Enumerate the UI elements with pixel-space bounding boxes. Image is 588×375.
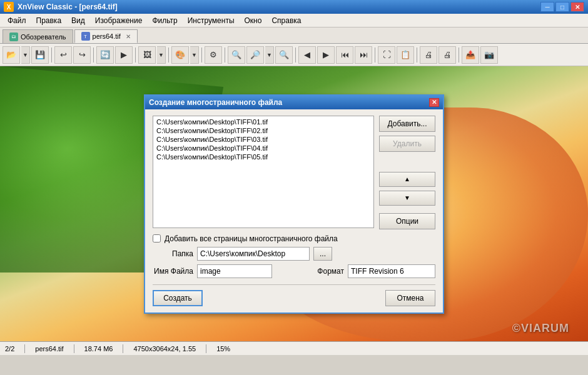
tab-tif-close[interactable]: ✕ <box>126 33 131 40</box>
toolbar-redo-btn[interactable]: ↪ <box>73 46 91 64</box>
toolbar-first-btn[interactable]: ⏮ <box>336 46 353 64</box>
toolbar-color-arrow[interactable]: ▼ <box>190 46 199 64</box>
toolbar-undo-btn[interactable]: ↩ <box>54 46 72 64</box>
dialog-content: C:\Users\компик\Desktop\TIFF\01.tif C:\U… <box>153 116 435 229</box>
status-bar: 2/2 pers64.tif 18.74 M6 4750x3064x24, 1.… <box>0 341 588 355</box>
checkbox-row: Добавить все страницы многостраничного ф… <box>153 234 435 243</box>
cancel-button[interactable]: Отмена <box>385 290 435 306</box>
delete-button[interactable]: Удалить <box>379 136 435 152</box>
toolbar-fullscreen-btn[interactable]: ⛶ <box>378 46 395 64</box>
window-title: XnView Classic - [pers64.tif] <box>18 2 118 11</box>
menu-image[interactable]: Изображение <box>90 15 148 26</box>
status-filename: pers64.tif <box>35 345 63 352</box>
toolbar-sep3 <box>135 48 136 62</box>
toolbar-camera-btn[interactable]: 📷 <box>480 46 498 64</box>
toolbar-display-arrow[interactable]: ▼ <box>157 46 166 64</box>
menu-filter[interactable]: Фильтр <box>147 15 182 26</box>
dialog-title-bar: Создание многостраничного файла ✕ <box>145 96 443 109</box>
toolbar-zoom-in2-btn[interactable]: 🔎 <box>246 46 264 64</box>
main-area: ©VIARUM Создание многостраничного файла … <box>0 66 588 341</box>
multipage-checkbox[interactable] <box>153 234 161 242</box>
status-dimensions: 4750x3064x24, 1.55 <box>133 345 196 352</box>
tab-explorer[interactable]: 🗂 Обозреватель <box>3 29 73 43</box>
toolbar-sep10 <box>459 48 459 62</box>
tab-explorer-label: Обозреватель <box>21 33 66 41</box>
toolbar-stamp-btn[interactable]: ⚙ <box>205 46 222 64</box>
folder-input[interactable] <box>197 247 310 261</box>
file-item-1[interactable]: C:\Users\компик\Desktop\TIFF\02.tif <box>155 126 372 135</box>
toolbar-browse-btn[interactable]: 📋 <box>397 46 414 64</box>
menu-window[interactable]: Окно <box>240 15 267 26</box>
status-sep3 <box>123 344 123 353</box>
browse-folder-button[interactable]: ... <box>313 247 332 261</box>
toolbar-last-btn[interactable]: ⏭ <box>355 46 372 64</box>
spacer1 <box>379 156 435 168</box>
toolbar-zoom-out-btn[interactable]: 🔍 <box>275 46 293 64</box>
menu-help[interactable]: Справка <box>266 15 306 26</box>
menu-edit[interactable]: Правка <box>31 15 67 26</box>
create-button[interactable]: Создать <box>153 290 203 306</box>
dialog-body: C:\Users\компик\Desktop\TIFF\01.tif C:\U… <box>145 109 443 312</box>
toolbar-sep7 <box>295 48 296 62</box>
toolbar-sep9 <box>417 48 417 62</box>
up-arrow-icon: ▲ <box>404 176 410 182</box>
toolbar-sep2 <box>93 48 94 62</box>
file-item-3[interactable]: C:\Users\компик\Desktop\TIFF\04.tif <box>155 144 372 152</box>
tab-tif[interactable]: T pers64.tif ✕ <box>74 29 138 43</box>
format-select[interactable]: TIFF Revision 6TIFF Revision 5PDFGIF Ani… <box>348 264 435 278</box>
status-sep2 <box>74 344 74 353</box>
filename-format-row: Имя Файла Формат TIFF Revision 6TIFF Rev… <box>153 264 435 278</box>
toolbar-zoom-in-btn[interactable]: 🔍 <box>228 46 245 64</box>
down-button[interactable]: ▼ <box>379 191 435 206</box>
file-item-4[interactable]: C:\Users\компик\Desktop\TIFF\05.tif <box>155 152 372 161</box>
toolbar-sep1 <box>51 48 52 62</box>
toolbar-slideshow-btn[interactable]: ▶ <box>115 46 133 64</box>
toolbar-export-btn[interactable]: 📤 <box>462 46 479 64</box>
toolbar-sep5 <box>201 48 202 62</box>
tif-icon: T <box>81 32 90 41</box>
menu-tools[interactable]: Инструменты <box>183 15 240 26</box>
title-bar: X XnView Classic - [pers64.tif] ─ □ ✕ <box>0 0 588 14</box>
down-arrow-icon: ▼ <box>404 194 410 201</box>
status-sep4 <box>206 344 206 353</box>
toolbar-sep4 <box>168 48 169 62</box>
file-item-0[interactable]: C:\Users\компик\Desktop\TIFF\01.tif <box>155 118 372 126</box>
menu-view[interactable]: Вид <box>66 15 90 26</box>
menu-file[interactable]: Файл <box>3 15 31 26</box>
file-item-2[interactable]: C:\Users\компик\Desktop\TIFF\03.tif <box>155 135 372 144</box>
toolbar-color-btn[interactable]: 🎨 <box>171 46 189 64</box>
toolbar-print2-btn[interactable]: 🖨 <box>438 46 456 64</box>
minimize-button[interactable]: ─ <box>540 2 554 12</box>
status-zoom: 15% <box>216 345 230 352</box>
dialog-side-buttons: Добавить... Удалить ▲ ▼ Опции <box>379 116 435 229</box>
toolbar-next-btn[interactable]: ▶ <box>317 46 335 64</box>
format-label: Формат <box>317 267 344 276</box>
maximize-button[interactable]: □ <box>555 2 569 12</box>
toolbar-open-btn[interactable]: 📂 <box>3 46 20 64</box>
toolbar-refresh-btn[interactable]: 🔄 <box>96 46 114 64</box>
filename-input[interactable] <box>197 264 272 278</box>
status-page: 2/2 <box>5 345 14 352</box>
toolbar-open-arrow[interactable]: ▼ <box>21 46 30 64</box>
toolbar-save-btn[interactable]: 💾 <box>31 46 49 64</box>
dialog-close-button[interactable]: ✕ <box>429 98 439 107</box>
toolbar-zoom-arrow[interactable]: ▼ <box>265 46 274 64</box>
toolbar-sep6 <box>225 48 225 62</box>
toolbar-print-btn[interactable]: 🖨 <box>420 46 437 64</box>
tab-bar: 🗂 Обозреватель T pers64.tif ✕ <box>0 28 588 44</box>
toolbar-prev-btn[interactable]: ◀ <box>298 46 316 64</box>
explorer-icon: 🗂 <box>9 32 18 41</box>
status-filesize: 18.74 M6 <box>84 345 113 352</box>
folder-label: Папка <box>153 249 193 258</box>
folder-row: Папка ... <box>153 247 435 261</box>
toolbar-display-btn[interactable]: 🖼 <box>138 46 156 64</box>
add-button[interactable]: Добавить... <box>379 116 435 132</box>
dialog-title-text: Создание многостраничного файла <box>149 98 282 107</box>
file-list[interactable]: C:\Users\компик\Desktop\TIFF\01.tif C:\U… <box>153 116 374 228</box>
tab-tif-label: pers64.tif <box>93 32 121 40</box>
options-button[interactable]: Опции <box>379 213 435 229</box>
toolbar: 📂 ▼ 💾 ↩ ↪ 🔄 ▶ 🖼 ▼ 🎨 ▼ ⚙ 🔍 🔎 ▼ 🔍 ◀ ▶ ⏮ ⏭ … <box>0 44 588 66</box>
up-button[interactable]: ▲ <box>379 172 435 187</box>
close-button[interactable]: ✕ <box>570 2 584 12</box>
toolbar-sep8 <box>375 48 375 62</box>
